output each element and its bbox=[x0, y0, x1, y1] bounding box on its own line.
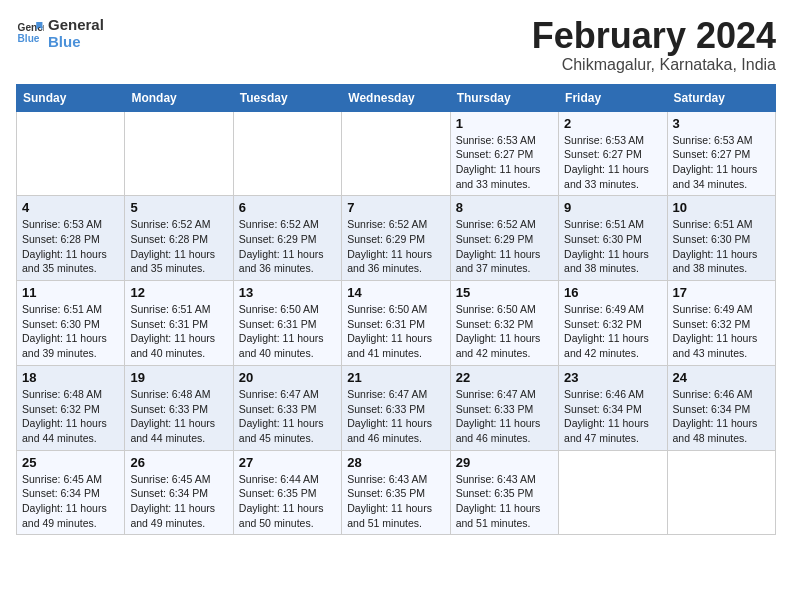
calendar-cell: 9Sunrise: 6:51 AMSunset: 6:30 PMDaylight… bbox=[559, 196, 667, 281]
day-info: Sunrise: 6:50 AMSunset: 6:31 PMDaylight:… bbox=[239, 302, 336, 361]
calendar-week-row: 18Sunrise: 6:48 AMSunset: 6:32 PMDayligh… bbox=[17, 365, 776, 450]
header-friday: Friday bbox=[559, 84, 667, 111]
day-info: Sunrise: 6:45 AMSunset: 6:34 PMDaylight:… bbox=[22, 472, 119, 531]
calendar-cell bbox=[342, 111, 450, 196]
day-number: 10 bbox=[673, 200, 770, 215]
day-info: Sunrise: 6:43 AMSunset: 6:35 PMDaylight:… bbox=[347, 472, 444, 531]
day-info: Sunrise: 6:51 AMSunset: 6:30 PMDaylight:… bbox=[22, 302, 119, 361]
calendar-week-row: 25Sunrise: 6:45 AMSunset: 6:34 PMDayligh… bbox=[17, 450, 776, 535]
sub-title: Chikmagalur, Karnataka, India bbox=[532, 56, 776, 74]
calendar-cell: 13Sunrise: 6:50 AMSunset: 6:31 PMDayligh… bbox=[233, 281, 341, 366]
calendar-cell bbox=[17, 111, 125, 196]
calendar-cell: 29Sunrise: 6:43 AMSunset: 6:35 PMDayligh… bbox=[450, 450, 558, 535]
day-info: Sunrise: 6:50 AMSunset: 6:31 PMDaylight:… bbox=[347, 302, 444, 361]
logo-line1: General bbox=[48, 16, 104, 33]
calendar-cell: 12Sunrise: 6:51 AMSunset: 6:31 PMDayligh… bbox=[125, 281, 233, 366]
day-number: 4 bbox=[22, 200, 119, 215]
day-number: 5 bbox=[130, 200, 227, 215]
day-info: Sunrise: 6:48 AMSunset: 6:32 PMDaylight:… bbox=[22, 387, 119, 446]
day-info: Sunrise: 6:52 AMSunset: 6:29 PMDaylight:… bbox=[239, 217, 336, 276]
day-info: Sunrise: 6:53 AMSunset: 6:27 PMDaylight:… bbox=[456, 133, 553, 192]
day-info: Sunrise: 6:47 AMSunset: 6:33 PMDaylight:… bbox=[347, 387, 444, 446]
day-number: 27 bbox=[239, 455, 336, 470]
calendar-cell: 1Sunrise: 6:53 AMSunset: 6:27 PMDaylight… bbox=[450, 111, 558, 196]
calendar-cell: 5Sunrise: 6:52 AMSunset: 6:28 PMDaylight… bbox=[125, 196, 233, 281]
day-info: Sunrise: 6:52 AMSunset: 6:29 PMDaylight:… bbox=[347, 217, 444, 276]
day-number: 13 bbox=[239, 285, 336, 300]
day-info: Sunrise: 6:45 AMSunset: 6:34 PMDaylight:… bbox=[130, 472, 227, 531]
day-number: 7 bbox=[347, 200, 444, 215]
calendar-cell: 8Sunrise: 6:52 AMSunset: 6:29 PMDaylight… bbox=[450, 196, 558, 281]
day-number: 21 bbox=[347, 370, 444, 385]
calendar-cell: 2Sunrise: 6:53 AMSunset: 6:27 PMDaylight… bbox=[559, 111, 667, 196]
calendar-cell: 19Sunrise: 6:48 AMSunset: 6:33 PMDayligh… bbox=[125, 365, 233, 450]
day-info: Sunrise: 6:43 AMSunset: 6:35 PMDaylight:… bbox=[456, 472, 553, 531]
day-info: Sunrise: 6:44 AMSunset: 6:35 PMDaylight:… bbox=[239, 472, 336, 531]
day-info: Sunrise: 6:47 AMSunset: 6:33 PMDaylight:… bbox=[456, 387, 553, 446]
day-info: Sunrise: 6:53 AMSunset: 6:27 PMDaylight:… bbox=[673, 133, 770, 192]
day-number: 16 bbox=[564, 285, 661, 300]
calendar-cell: 18Sunrise: 6:48 AMSunset: 6:32 PMDayligh… bbox=[17, 365, 125, 450]
calendar-cell: 22Sunrise: 6:47 AMSunset: 6:33 PMDayligh… bbox=[450, 365, 558, 450]
day-number: 25 bbox=[22, 455, 119, 470]
calendar-cell: 7Sunrise: 6:52 AMSunset: 6:29 PMDaylight… bbox=[342, 196, 450, 281]
calendar-week-row: 11Sunrise: 6:51 AMSunset: 6:30 PMDayligh… bbox=[17, 281, 776, 366]
day-info: Sunrise: 6:49 AMSunset: 6:32 PMDaylight:… bbox=[673, 302, 770, 361]
day-info: Sunrise: 6:51 AMSunset: 6:31 PMDaylight:… bbox=[130, 302, 227, 361]
calendar-cell bbox=[559, 450, 667, 535]
calendar-cell: 20Sunrise: 6:47 AMSunset: 6:33 PMDayligh… bbox=[233, 365, 341, 450]
day-number: 20 bbox=[239, 370, 336, 385]
day-number: 12 bbox=[130, 285, 227, 300]
day-info: Sunrise: 6:52 AMSunset: 6:29 PMDaylight:… bbox=[456, 217, 553, 276]
calendar-cell: 26Sunrise: 6:45 AMSunset: 6:34 PMDayligh… bbox=[125, 450, 233, 535]
day-number: 14 bbox=[347, 285, 444, 300]
calendar-cell: 6Sunrise: 6:52 AMSunset: 6:29 PMDaylight… bbox=[233, 196, 341, 281]
calendar-cell: 11Sunrise: 6:51 AMSunset: 6:30 PMDayligh… bbox=[17, 281, 125, 366]
calendar-cell: 24Sunrise: 6:46 AMSunset: 6:34 PMDayligh… bbox=[667, 365, 775, 450]
calendar-cell: 25Sunrise: 6:45 AMSunset: 6:34 PMDayligh… bbox=[17, 450, 125, 535]
calendar-week-row: 4Sunrise: 6:53 AMSunset: 6:28 PMDaylight… bbox=[17, 196, 776, 281]
day-number: 15 bbox=[456, 285, 553, 300]
day-number: 17 bbox=[673, 285, 770, 300]
logo-icon: General Blue bbox=[16, 19, 44, 47]
calendar-cell: 28Sunrise: 6:43 AMSunset: 6:35 PMDayligh… bbox=[342, 450, 450, 535]
day-number: 2 bbox=[564, 116, 661, 131]
logo: General Blue General Blue bbox=[16, 16, 104, 50]
day-number: 11 bbox=[22, 285, 119, 300]
header-wednesday: Wednesday bbox=[342, 84, 450, 111]
calendar-table: SundayMondayTuesdayWednesdayThursdayFrid… bbox=[16, 84, 776, 536]
day-number: 22 bbox=[456, 370, 553, 385]
day-info: Sunrise: 6:53 AMSunset: 6:28 PMDaylight:… bbox=[22, 217, 119, 276]
title-section: February 2024 Chikmagalur, Karnataka, In… bbox=[532, 16, 776, 74]
day-number: 9 bbox=[564, 200, 661, 215]
calendar-cell: 21Sunrise: 6:47 AMSunset: 6:33 PMDayligh… bbox=[342, 365, 450, 450]
day-number: 3 bbox=[673, 116, 770, 131]
day-number: 24 bbox=[673, 370, 770, 385]
header-sunday: Sunday bbox=[17, 84, 125, 111]
day-number: 26 bbox=[130, 455, 227, 470]
header-saturday: Saturday bbox=[667, 84, 775, 111]
calendar-header-row: SundayMondayTuesdayWednesdayThursdayFrid… bbox=[17, 84, 776, 111]
day-info: Sunrise: 6:48 AMSunset: 6:33 PMDaylight:… bbox=[130, 387, 227, 446]
day-info: Sunrise: 6:46 AMSunset: 6:34 PMDaylight:… bbox=[673, 387, 770, 446]
day-number: 1 bbox=[456, 116, 553, 131]
calendar-cell bbox=[233, 111, 341, 196]
calendar-week-row: 1Sunrise: 6:53 AMSunset: 6:27 PMDaylight… bbox=[17, 111, 776, 196]
day-number: 23 bbox=[564, 370, 661, 385]
calendar-cell: 15Sunrise: 6:50 AMSunset: 6:32 PMDayligh… bbox=[450, 281, 558, 366]
logo-line2: Blue bbox=[48, 33, 104, 50]
day-info: Sunrise: 6:50 AMSunset: 6:32 PMDaylight:… bbox=[456, 302, 553, 361]
calendar-cell: 4Sunrise: 6:53 AMSunset: 6:28 PMDaylight… bbox=[17, 196, 125, 281]
header-thursday: Thursday bbox=[450, 84, 558, 111]
day-info: Sunrise: 6:49 AMSunset: 6:32 PMDaylight:… bbox=[564, 302, 661, 361]
calendar-cell: 10Sunrise: 6:51 AMSunset: 6:30 PMDayligh… bbox=[667, 196, 775, 281]
calendar-cell: 23Sunrise: 6:46 AMSunset: 6:34 PMDayligh… bbox=[559, 365, 667, 450]
day-info: Sunrise: 6:51 AMSunset: 6:30 PMDaylight:… bbox=[673, 217, 770, 276]
day-info: Sunrise: 6:51 AMSunset: 6:30 PMDaylight:… bbox=[564, 217, 661, 276]
calendar-cell: 17Sunrise: 6:49 AMSunset: 6:32 PMDayligh… bbox=[667, 281, 775, 366]
calendar-cell: 16Sunrise: 6:49 AMSunset: 6:32 PMDayligh… bbox=[559, 281, 667, 366]
day-number: 18 bbox=[22, 370, 119, 385]
day-info: Sunrise: 6:53 AMSunset: 6:27 PMDaylight:… bbox=[564, 133, 661, 192]
calendar-cell bbox=[125, 111, 233, 196]
calendar-cell: 27Sunrise: 6:44 AMSunset: 6:35 PMDayligh… bbox=[233, 450, 341, 535]
